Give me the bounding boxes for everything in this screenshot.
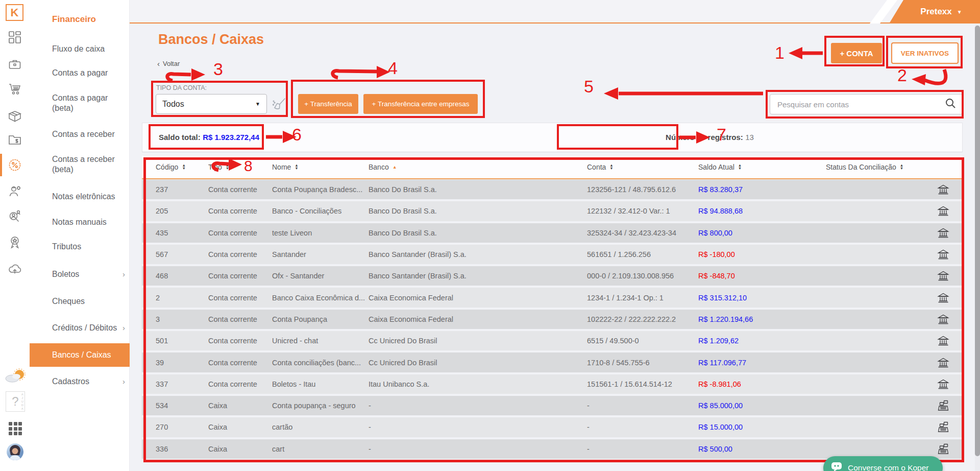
sidebar-item-contas-a-receber-beta-[interactable]: Contas a receber (beta)	[30, 149, 130, 180]
bank-icon[interactable]	[937, 313, 949, 325]
package-box-icon[interactable]	[8, 109, 22, 124]
table-row[interactable]: 270Caixacartão--R$ 15.000,00	[142, 417, 963, 437]
table-header: Código▲▼Tipo▲▼Nome▲▼Banco▲Conta▲▼Saldo A…	[142, 156, 963, 179]
cell-conta: 1234-1 / 1.234-1 Op.: 1	[587, 294, 698, 302]
shopping-cart-icon[interactable]	[8, 82, 22, 96]
table-row[interactable]: 2Conta correnteBanco Caixa Econômica d..…	[142, 288, 963, 307]
column-header-status-da-concilia-o[interactable]: Status Da Conciliação▲▼	[816, 163, 963, 171]
add-intercompany-transfer-button[interactable]: + Transferência entre empresas	[363, 94, 478, 114]
help-icon[interactable]: ? A J U D A	[6, 391, 25, 412]
bank-icon[interactable]	[937, 357, 949, 369]
table-row[interactable]: 39Conta correnteConta conciliações (banc…	[142, 352, 963, 372]
sidebar-item-contas-a-pagar-beta-[interactable]: Contas a pagar (beta)	[30, 88, 130, 119]
total-balance-value: R$ 1.923.272,44	[203, 133, 259, 142]
cell-saldo[interactable]: R$ 85.000,00	[698, 402, 816, 410]
sidebar-item-cadastros[interactable]: Cadastros›	[30, 370, 130, 393]
chevron-down-icon: ▼	[255, 101, 260, 107]
add-account-button[interactable]: + CONTA	[831, 43, 882, 63]
back-link[interactable]: ‹ Voltar	[157, 59, 180, 68]
table-row[interactable]: 3Conta correnteConta PoupançaCaixa Econo…	[142, 310, 963, 329]
percent-icon[interactable]	[8, 158, 22, 172]
search-icon[interactable]	[945, 98, 956, 111]
money-folder-icon[interactable]	[8, 132, 22, 147]
column-header-c-digo[interactable]: Código▲▼	[142, 163, 208, 171]
cell-saldo[interactable]: R$ 83.280,37	[698, 185, 816, 194]
cell-codigo: 237	[142, 185, 208, 194]
bank-icon[interactable]	[937, 292, 949, 304]
sidebar-item-notas-eletr-nicas[interactable]: Notas eletrônicas	[30, 185, 130, 208]
page-title: Bancos / Caixas	[158, 32, 264, 48]
cell-banco: Itau Unibanco S.a.	[369, 380, 587, 388]
bank-icon[interactable]	[937, 183, 949, 196]
cell-nome: Conta Poupança	[272, 315, 369, 323]
sidebar-item-label: Notas manuais	[52, 217, 107, 227]
cell-banco: Banco Do Brasil S.a.	[369, 185, 587, 194]
add-transfer-button[interactable]: + Transferência	[298, 94, 358, 114]
cell-saldo[interactable]: R$ -848,70	[698, 272, 816, 280]
cell-saldo[interactable]: R$ 1.220.194,66	[698, 315, 816, 323]
weather-icon[interactable]	[4, 368, 27, 384]
cash-register-icon[interactable]	[937, 421, 949, 433]
table-row[interactable]: 435Conta correnteteste LiveonBanco Do Br…	[142, 223, 963, 243]
app-logo[interactable]: K	[6, 4, 23, 21]
search-input[interactable]	[776, 100, 945, 109]
cell-nome: Conta Poupança Bradesc...	[272, 185, 369, 194]
sidebar-item-cheques[interactable]: Cheques	[30, 290, 130, 313]
sidebar-item-contas-a-receber[interactable]: Contas a receber	[30, 123, 130, 146]
table-row[interactable]: 501Conta correnteUnicred - chatCc Unicre…	[142, 331, 963, 350]
bank-icon[interactable]	[937, 378, 949, 390]
cell-saldo[interactable]: R$ 800,00	[698, 229, 816, 237]
chat-widget-button[interactable]: Converse com o Koper	[823, 456, 943, 471]
tenant-menu[interactable]: Pretexx ▼	[889, 0, 980, 23]
table-row[interactable]: 534CaixaConta poupança - seguro--R$ 85.0…	[142, 396, 963, 415]
scrollbar-thumb[interactable]	[975, 26, 980, 456]
dashboard-icon[interactable]	[8, 30, 22, 44]
total-balance: Saldo total: R$ 1.923.272,44	[159, 133, 259, 142]
column-header-tipo[interactable]: Tipo▲▼	[208, 163, 272, 171]
cash-register-icon[interactable]	[937, 399, 949, 412]
cell-saldo[interactable]: R$ -180,00	[698, 250, 816, 258]
table-row[interactable]: 567Conta correnteSantanderBanco Santande…	[142, 245, 963, 264]
clear-filter-icon[interactable]	[271, 97, 287, 113]
cell-saldo[interactable]: R$ 117.096,77	[698, 359, 816, 367]
sidebar-item-contas-a-pagar[interactable]: Contas a pagar	[30, 61, 130, 85]
sidebar-item-fluxo-de-caixa[interactable]: Fluxo de caixa	[30, 37, 130, 61]
bank-icon[interactable]	[937, 205, 949, 217]
briefcase-icon[interactable]	[8, 57, 22, 72]
cash-register-icon[interactable]	[937, 443, 949, 455]
bank-icon[interactable]	[937, 335, 949, 347]
cloud-upload-icon[interactable]	[8, 262, 22, 276]
cell-saldo[interactable]: R$ 94.888,68	[698, 207, 816, 215]
cell-tipo: Conta corrente	[208, 250, 272, 258]
award-ribbon-icon[interactable]	[8, 235, 22, 249]
bank-icon[interactable]	[937, 270, 949, 282]
cell-tipo: Conta corrente	[208, 294, 272, 302]
table-row[interactable]: 205Conta correnteBanco - ConciliaçõesBan…	[142, 201, 963, 221]
worker-settings-icon[interactable]	[8, 184, 22, 198]
column-header-saldo-atual[interactable]: Saldo Atual▲▼	[698, 163, 816, 171]
sidebar-item-tributos[interactable]: Tributos	[30, 235, 130, 258]
view-inactive-button[interactable]: VER INATIVOS	[891, 42, 959, 64]
column-header-nome[interactable]: Nome▲▼	[272, 163, 369, 171]
account-type-select[interactable]: Todos ▼	[156, 94, 267, 114]
sidebar-item-boletos[interactable]: Boletos›	[30, 263, 130, 286]
sidebar-item-bancos-caixas[interactable]: Bancos / Caixas	[30, 343, 130, 367]
table-row[interactable]: 237Conta correnteConta Poupança Bradesc.…	[142, 180, 963, 199]
cell-saldo[interactable]: R$ -8.981,06	[698, 380, 816, 388]
table-row[interactable]: 468Conta correnteOfx - SantanderBanco Sa…	[142, 266, 963, 286]
sidebar-item-notas-manuais[interactable]: Notas manuais	[30, 210, 130, 234]
apps-grid-icon[interactable]	[9, 422, 22, 435]
bank-icon[interactable]	[937, 227, 949, 239]
people-search-icon[interactable]	[8, 209, 22, 223]
cell-saldo[interactable]: R$ 315.312,10	[698, 294, 816, 302]
cell-saldo[interactable]: R$ 500,00	[698, 445, 816, 453]
sidebar-item-cr-ditos-d-bitos[interactable]: Créditos / Débitos›	[30, 316, 130, 340]
cell-saldo[interactable]: R$ 15.000,00	[698, 423, 816, 431]
cell-saldo[interactable]: R$ 1.209,62	[698, 337, 816, 345]
bank-icon[interactable]	[937, 248, 949, 261]
cell-tipo: Conta corrente	[208, 315, 272, 323]
user-avatar[interactable]	[7, 443, 23, 460]
column-header-conta[interactable]: Conta▲▼	[587, 163, 698, 171]
table-row[interactable]: 337Conta correnteBoletos - ItauItau Unib…	[142, 374, 963, 394]
column-header-banco[interactable]: Banco▲	[369, 163, 587, 171]
